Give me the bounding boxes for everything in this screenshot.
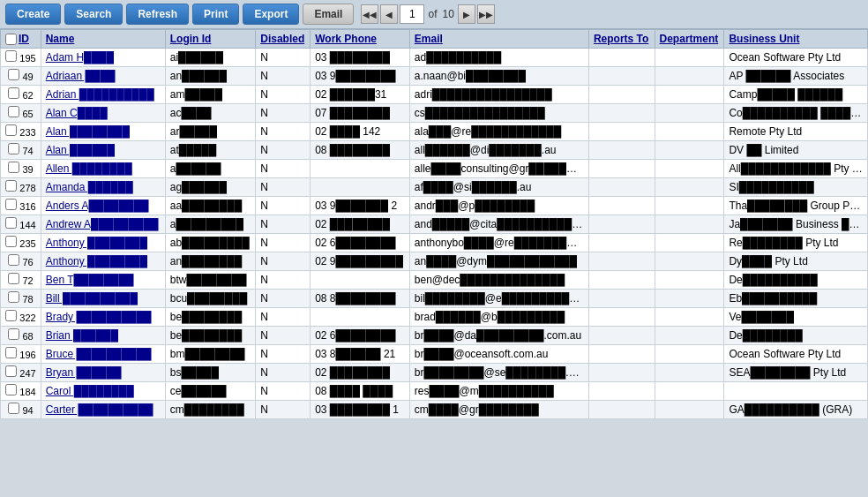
print-button[interactable]: Print	[192, 4, 239, 25]
row-reports-to	[588, 252, 655, 271]
row-checkbox[interactable]	[5, 217, 17, 229]
row-login: ac████	[165, 104, 255, 123]
table-row: 68 Brian ██████ be████████ N 02 6███████…	[1, 327, 868, 345]
row-check-cell[interactable]: 144	[1, 215, 41, 234]
row-business-unit: De████████	[724, 327, 868, 345]
row-check-cell[interactable]: 74	[1, 141, 41, 160]
row-reports-to	[588, 308, 655, 327]
row-checkbox[interactable]	[8, 87, 19, 99]
last-page-button[interactable]: ▶▶	[477, 4, 495, 24]
disabled-header[interactable]: Disabled	[256, 30, 311, 49]
table-header-row: ID Name Login Id Disabled Work Phone Ema…	[1, 30, 868, 49]
row-checkbox[interactable]	[8, 273, 19, 284]
row-check-cell[interactable]: 316	[1, 197, 41, 215]
email-header[interactable]: Email	[409, 30, 588, 49]
first-page-button[interactable]: ◀◀	[361, 4, 378, 24]
row-check-cell[interactable]: 72	[1, 271, 41, 290]
row-business-unit: Re████████ Pty Ltd	[724, 234, 868, 252]
row-checkbox[interactable]	[5, 50, 17, 62]
row-business-unit: Ja███████ Business ████████	[724, 215, 868, 234]
row-checkbox[interactable]	[8, 291, 19, 303]
row-phone	[311, 160, 410, 178]
row-check-cell[interactable]: 322	[1, 308, 41, 327]
row-checkbox[interactable]	[8, 254, 19, 266]
row-check-cell[interactable]: 76	[1, 252, 41, 271]
prev-page-button[interactable]: ◀	[380, 4, 398, 24]
row-check-cell[interactable]: 195	[1, 49, 41, 67]
page-of-label: of	[428, 8, 437, 20]
select-all-header[interactable]: ID	[1, 30, 41, 49]
row-phone: 02 9█████████	[311, 252, 410, 271]
row-checkbox[interactable]	[5, 365, 17, 377]
row-department	[655, 364, 724, 382]
row-check-cell[interactable]: 278	[1, 178, 41, 197]
row-department	[655, 215, 724, 234]
row-checkbox[interactable]	[5, 236, 17, 247]
row-checkbox[interactable]	[8, 328, 19, 340]
row-checkbox[interactable]	[5, 180, 17, 192]
row-email: cs████████████████	[409, 104, 588, 123]
business-unit-header[interactable]: Business Unit	[724, 30, 868, 49]
row-check-cell[interactable]: 49	[1, 67, 41, 86]
row-check-cell[interactable]: 39	[1, 160, 41, 178]
row-name: Andrew A█████████	[41, 215, 165, 234]
select-all-checkbox[interactable]	[5, 34, 17, 45]
row-checkbox[interactable]	[8, 162, 19, 173]
row-checkbox[interactable]	[8, 69, 19, 80]
name-header[interactable]: Name	[41, 30, 165, 49]
page-input[interactable]	[400, 4, 424, 24]
row-disabled: N	[256, 382, 311, 401]
row-checkbox[interactable]	[5, 384, 17, 395]
row-department	[655, 123, 724, 141]
row-check-cell[interactable]: 94	[1, 401, 41, 419]
row-checkbox[interactable]	[5, 310, 17, 321]
row-checkbox[interactable]	[5, 124, 17, 136]
row-business-unit: Ve███████	[724, 308, 868, 327]
row-checkbox[interactable]	[8, 403, 19, 414]
row-check-cell[interactable]: 78	[1, 290, 41, 308]
row-business-unit: De██████████	[724, 271, 868, 290]
row-department	[655, 234, 724, 252]
row-login: aa████████	[165, 197, 255, 215]
row-department	[655, 345, 724, 364]
work-phone-header[interactable]: Work Phone	[311, 30, 410, 49]
row-check-cell[interactable]: 68	[1, 327, 41, 345]
row-name: Allen ████████	[41, 160, 165, 178]
row-name: Carol ████████	[41, 382, 165, 401]
row-name: Bruce ██████████	[41, 345, 165, 364]
row-disabled: N	[256, 178, 311, 197]
row-checkbox[interactable]	[8, 143, 19, 154]
row-check-cell[interactable]: 62	[1, 86, 41, 104]
row-check-cell[interactable]: 65	[1, 104, 41, 123]
table-row: 322 Brady ██████████ be████████ N brad██…	[1, 308, 868, 327]
email-button[interactable]: Email	[303, 4, 354, 25]
row-department	[655, 86, 724, 104]
row-check-cell[interactable]: 247	[1, 364, 41, 382]
search-button[interactable]: Search	[64, 4, 123, 25]
row-business-unit: DV ██ Limited	[724, 141, 868, 160]
row-id: 72	[22, 275, 33, 286]
table-row: 49 Adriaan ████ an██████ N 03 9████████ …	[1, 67, 868, 86]
row-login: cm████████	[165, 401, 255, 419]
row-name: Alan C████	[41, 104, 165, 123]
next-page-button[interactable]: ▶	[458, 4, 475, 24]
row-checkbox[interactable]	[5, 199, 17, 210]
row-email: bil████████@e████████████	[409, 290, 588, 308]
row-checkbox[interactable]	[5, 347, 17, 358]
department-header[interactable]: Department	[655, 30, 724, 49]
row-checkbox[interactable]	[8, 106, 19, 117]
row-check-cell[interactable]: 184	[1, 382, 41, 401]
row-id: 78	[22, 294, 33, 305]
row-check-cell[interactable]: 235	[1, 234, 41, 252]
create-button[interactable]: Create	[5, 4, 61, 25]
login-id-header[interactable]: Login Id	[165, 30, 255, 49]
row-phone: 08 8████████	[311, 290, 410, 308]
reports-to-header[interactable]: Reports To	[588, 30, 655, 49]
row-check-cell[interactable]: 233	[1, 123, 41, 141]
row-check-cell[interactable]: 196	[1, 345, 41, 364]
row-id: 247	[19, 368, 35, 379]
row-id: 94	[22, 405, 33, 416]
export-button[interactable]: Export	[243, 4, 299, 25]
row-reports-to	[588, 382, 655, 401]
refresh-button[interactable]: Refresh	[126, 4, 189, 25]
